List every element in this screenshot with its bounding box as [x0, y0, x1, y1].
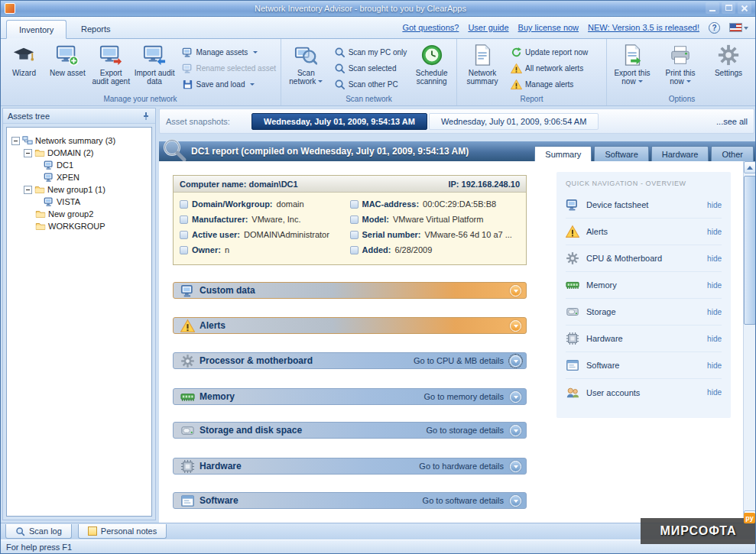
- minimize-button[interactable]: [706, 2, 719, 14]
- go-to-cpu-details-link[interactable]: Go to CPU & MB details: [414, 356, 504, 365]
- wizard-button[interactable]: Wizard: [3, 41, 45, 93]
- quicknav-hardware[interactable]: Hardware hide: [566, 326, 722, 352]
- quicknav-memory[interactable]: Memory hide: [566, 272, 722, 299]
- expand-alerts-button[interactable]: [510, 320, 521, 332]
- mac-field-icon: [350, 200, 359, 209]
- hide-memory-link[interactable]: hide: [707, 281, 722, 290]
- collapse-toggle-icon[interactable]: [24, 149, 32, 157]
- assets-tree-panel: Assets tree Network summary (3) DOMAIN (…: [2, 108, 156, 520]
- manage-alerts-button[interactable]: Manage alerts: [511, 79, 588, 90]
- section-alerts[interactable]: Alerts: [173, 317, 527, 334]
- maximize-button[interactable]: [722, 2, 735, 14]
- tab-software[interactable]: Software: [594, 146, 648, 161]
- section-processor-motherboard[interactable]: Processor & motherboard Go to CPU & MB d…: [173, 352, 527, 369]
- scan-network-button[interactable]: Scan network: [284, 41, 328, 93]
- quicknav-cpu-motherboard[interactable]: CPU & Motherboard hide: [566, 245, 722, 272]
- hide-software-link[interactable]: hide: [707, 361, 722, 370]
- scrollbar-thumb[interactable]: [744, 176, 756, 325]
- snapshot-button-current[interactable]: Wednesday, July 01, 2009, 9:54:13 AM: [251, 113, 427, 130]
- tree-item-network-summary[interactable]: Network summary (3): [7, 134, 151, 147]
- tree-item-vista[interactable]: VISTA: [7, 196, 151, 208]
- scan-other-pc-button[interactable]: Scan other PC: [334, 79, 407, 90]
- tab-scan-log[interactable]: Scan log: [5, 524, 72, 539]
- scroll-up-button[interactable]: [744, 161, 756, 173]
- memory-ram-icon: [566, 278, 579, 292]
- got-questions-link[interactable]: Got questions?: [402, 23, 459, 32]
- close-button[interactable]: [738, 2, 751, 14]
- report-content: Computer name: domain\DC1 IP: 192.168.24…: [159, 161, 743, 523]
- hide-cpu-link[interactable]: hide: [707, 254, 722, 263]
- expand-storage-button[interactable]: [510, 425, 521, 436]
- new-asset-button[interactable]: New asset: [47, 41, 89, 93]
- update-report-now-button[interactable]: Update report now: [511, 47, 588, 58]
- import-data-icon: [143, 44, 166, 66]
- tree-item-new-group1[interactable]: New group1 (1): [7, 183, 151, 196]
- tab-summary[interactable]: Summary: [534, 146, 592, 161]
- tree-item-domain[interactable]: DOMAIN (2): [7, 147, 151, 159]
- tree-item-xpen[interactable]: XPEN: [7, 171, 151, 183]
- expand-memory-button[interactable]: [510, 391, 521, 403]
- network-summary-button[interactable]: Network summary: [460, 41, 505, 93]
- hide-device-factsheet-link[interactable]: hide: [707, 201, 722, 209]
- coll apse-toggle-icon[interactable]: [24, 186, 32, 194]
- new-version-link[interactable]: NEW: Version 3.5 is released!: [588, 23, 699, 32]
- expand-custom-data-button[interactable]: [510, 285, 521, 296]
- all-network-alerts-button[interactable]: All network alerts: [511, 63, 588, 74]
- dropdown-arrow-icon: [250, 83, 255, 86]
- save-and-load-button[interactable]: Save and load: [182, 79, 277, 90]
- quicknav-storage[interactable]: Storage hide: [566, 299, 722, 326]
- export-audit-agent-button[interactable]: Export audit agent: [90, 41, 132, 93]
- vertical-scrollbar[interactable]: [743, 161, 756, 523]
- ribbon-group-report: Network summary Update report now All ne…: [457, 39, 607, 105]
- collapse-toggle-icon[interactable]: [11, 137, 20, 145]
- import-audit-data-button[interactable]: Import audit data: [134, 41, 176, 93]
- hide-user-accounts-link[interactable]: hide: [707, 388, 722, 397]
- go-to-hardware-details-link[interactable]: Go to hardware details: [419, 462, 504, 471]
- pin-icon[interactable]: [141, 112, 151, 121]
- dropdown-arrow-icon: [318, 80, 323, 83]
- language-flag-icon[interactable]: [729, 23, 742, 32]
- section-storage[interactable]: Storage and disk space Go to storage det…: [173, 422, 527, 439]
- expand-hardware-button[interactable]: [510, 461, 521, 472]
- quicknav-user-accounts[interactable]: User accounts hide: [566, 379, 722, 406]
- tab-other[interactable]: Other: [711, 146, 754, 161]
- go-to-software-details-link[interactable]: Go to software details: [423, 496, 504, 505]
- hide-hardware-link[interactable]: hide: [707, 335, 722, 343]
- quicknav-alerts[interactable]: Alerts hide: [566, 219, 722, 245]
- tree-item-new-group2[interactable]: New group2: [7, 208, 151, 220]
- user-guide-link[interactable]: User guide: [468, 23, 508, 32]
- asset-snapshots-label: Asset snapshots:: [166, 117, 251, 126]
- snapshot-button-previous[interactable]: Wednesday, July 01, 2009, 9:06:54 AM: [429, 113, 599, 130]
- scan-my-pc-button[interactable]: Scan my PC only: [334, 47, 407, 58]
- section-hardware[interactable]: Hardware Go to hardware details: [173, 458, 527, 475]
- section-memory[interactable]: Memory Go to memory details: [173, 388, 527, 405]
- tab-hardware[interactable]: Hardware: [651, 146, 709, 161]
- settings-button[interactable]: Settings: [706, 41, 751, 93]
- scan-selected-button[interactable]: Scan selected: [334, 63, 407, 74]
- tree-item-dc1[interactable]: DC1: [7, 159, 151, 171]
- expand-software-button[interactable]: [510, 495, 521, 507]
- tab-reports[interactable]: Reports: [69, 20, 123, 39]
- quicknav-device-factsheet[interactable]: Device factsheet hide: [566, 192, 722, 219]
- group-folder-icon: [35, 209, 46, 219]
- manage-assets-button[interactable]: Manage assets: [182, 47, 277, 58]
- section-custom-data[interactable]: Custom data: [173, 282, 527, 299]
- buy-license-link[interactable]: Buy license now: [518, 23, 579, 32]
- hide-alerts-link[interactable]: hide: [707, 228, 722, 236]
- go-to-memory-details-link[interactable]: Go to memory details: [423, 392, 504, 401]
- expand-cpu-button[interactable]: [510, 355, 521, 367]
- ip-field: IP: 192.168.248.10: [448, 180, 520, 189]
- schedule-scanning-button[interactable]: Schedule scanning: [410, 41, 453, 93]
- tab-inventory[interactable]: Inventory: [6, 20, 67, 39]
- section-software[interactable]: Software Go to software details: [173, 492, 527, 509]
- see-all-snapshots-link[interactable]: ...see all: [716, 117, 748, 126]
- help-icon[interactable]: [709, 22, 720, 34]
- go-to-storage-details-link[interactable]: Go to storage details: [426, 426, 504, 435]
- export-this-now-button[interactable]: Export this now: [610, 41, 654, 93]
- print-this-now-button[interactable]: Print this now: [658, 41, 702, 93]
- quicknav-software[interactable]: Software hide: [566, 352, 722, 379]
- scan-other-pc-label: Scan other PC: [349, 80, 398, 89]
- hide-storage-link[interactable]: hide: [707, 308, 722, 316]
- tab-personal-notes[interactable]: Personal notes: [78, 524, 167, 539]
- tree-item-workgroup[interactable]: WORKGROUP: [7, 220, 151, 232]
